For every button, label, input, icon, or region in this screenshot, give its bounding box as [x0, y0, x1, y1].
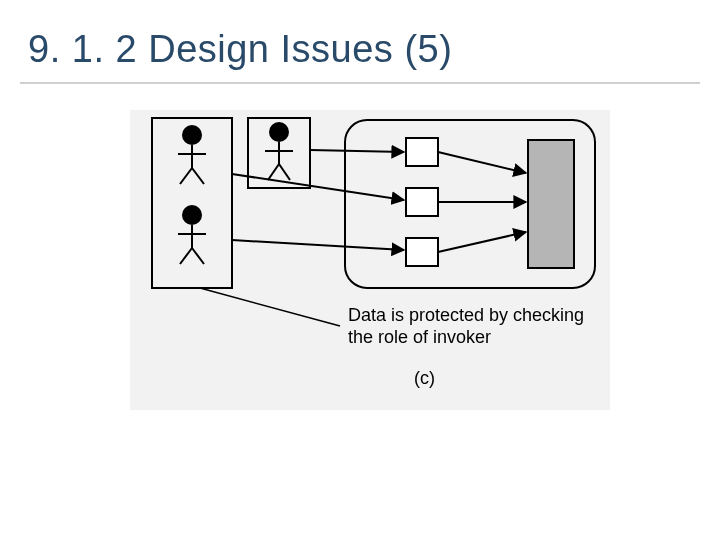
arrow-upper-role-to-box1 [310, 150, 404, 152]
svg-line-9 [192, 248, 204, 264]
protected-data-block [528, 140, 574, 268]
arrow-box1-to-data [438, 152, 526, 173]
caption-leader-line [200, 288, 340, 326]
figure-caption: Data is protected by checking the role o… [348, 305, 598, 348]
figure-panel: Data is protected by checking the role o… [130, 110, 610, 410]
svg-point-0 [182, 125, 202, 145]
arrow-box3-to-data [438, 232, 526, 252]
role-check-box-1 [406, 138, 438, 166]
svg-point-5 [182, 205, 202, 225]
slide-heading: 9. 1. 2 Design Issues (5) [28, 28, 452, 71]
diagram-svg [130, 110, 610, 410]
role-check-box-2 [406, 188, 438, 216]
role-check-box-3 [406, 238, 438, 266]
arrow-left-role-to-box3 [232, 240, 404, 250]
title-underline [20, 82, 700, 84]
svg-line-14 [279, 164, 290, 180]
subfigure-label: (c) [414, 368, 435, 389]
svg-point-10 [269, 122, 289, 142]
actor-bottom-left [178, 205, 206, 264]
svg-line-13 [268, 164, 279, 180]
actor-upper-right [265, 122, 293, 180]
svg-line-4 [192, 168, 204, 184]
actor-top-left [178, 125, 206, 184]
svg-line-8 [180, 248, 192, 264]
svg-line-3 [180, 168, 192, 184]
